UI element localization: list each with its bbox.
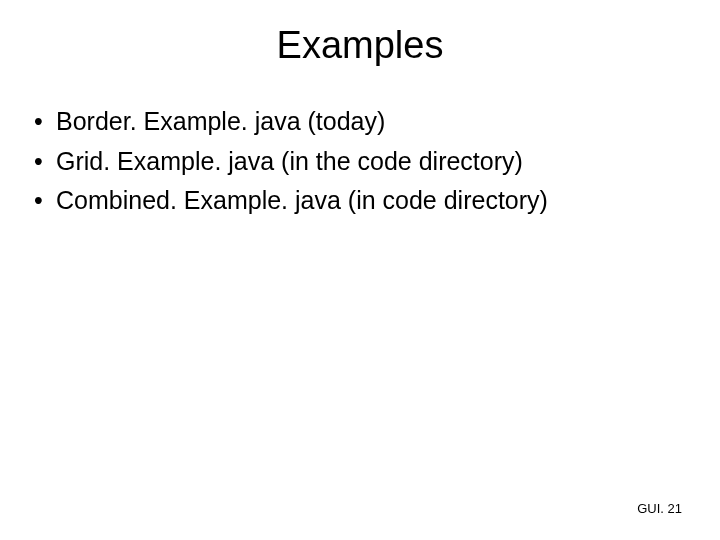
slide-content: Border. Example. java (today) Grid. Exam… [0, 103, 720, 220]
list-item: Combined. Example. java (in code directo… [30, 182, 690, 220]
slide-title: Examples [0, 0, 720, 103]
slide-number: GUI. 21 [637, 501, 682, 516]
list-item: Border. Example. java (today) [30, 103, 690, 141]
bullet-list: Border. Example. java (today) Grid. Exam… [30, 103, 690, 220]
list-item: Grid. Example. java (in the code directo… [30, 143, 690, 181]
